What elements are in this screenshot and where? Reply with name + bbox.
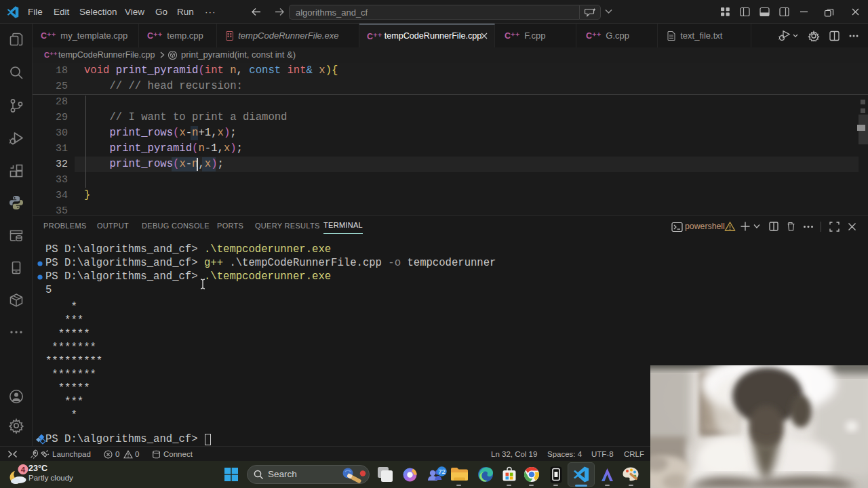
svg-text:4: 4 [21,466,26,474]
svg-text:72: 72 [438,468,446,475]
